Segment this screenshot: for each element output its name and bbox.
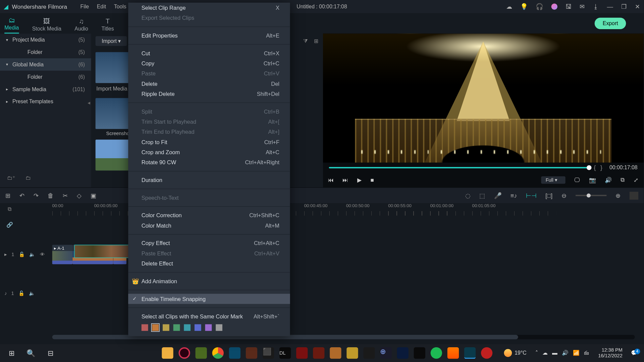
taskbar-app[interactable]: ⊕ xyxy=(378,344,393,362)
collapse-left-icon[interactable]: ◂ xyxy=(88,100,90,106)
timeline[interactable]: ⧉ 🔗 00:0000:00:05:0000:00:30:0000:00:35:… xyxy=(0,203,644,342)
timeline-clip[interactable]: ▸A-1 xyxy=(52,245,73,264)
display-icon[interactable]: 🖵 xyxy=(574,177,580,183)
snap-toggle-icon[interactable]: ⊢⊣ xyxy=(526,192,537,199)
play-button[interactable]: ▶ xyxy=(357,177,362,183)
pip-icon[interactable]: ⧉ xyxy=(621,176,625,183)
taskbar-clock[interactable]: 12:38 PM 16/12/2022 xyxy=(595,347,626,359)
sidebar-item[interactable]: Folder(6) xyxy=(0,71,91,83)
record-indicator[interactable] xyxy=(630,191,638,199)
mute-icon[interactable]: 🔈 xyxy=(29,252,35,257)
taskbar-app[interactable] xyxy=(328,344,343,362)
new-folder-icon[interactable]: 🗀⁺ xyxy=(7,175,15,181)
support-icon[interactable]: 🎧 xyxy=(536,3,543,10)
taskbar-app-spotify[interactable] xyxy=(429,344,444,362)
sidebar-item[interactable]: ▾Global Media(6) xyxy=(0,58,91,71)
notifications-button[interactable]: 💬 4 xyxy=(628,350,641,356)
color-swatch[interactable] xyxy=(216,324,222,331)
sidebar-item[interactable]: ▾Project Media(5) xyxy=(0,34,91,46)
taskbar-app-filmora[interactable] xyxy=(463,344,478,362)
color-swatch[interactable] xyxy=(195,324,201,331)
menu-item[interactable]: Rotate 90 CWCtrl+Alt+Right xyxy=(128,157,290,167)
redo-button[interactable]: ↷ xyxy=(34,192,39,199)
search-button[interactable]: 🔍 xyxy=(22,344,40,362)
taskbar-app[interactable] xyxy=(294,344,310,362)
zoom-out-button[interactable]: ⊖ xyxy=(561,192,567,199)
lock-icon[interactable]: 🔓 xyxy=(19,252,25,257)
undo-button[interactable]: ↶ xyxy=(19,192,25,199)
voiceover-icon[interactable]: 🎤 xyxy=(494,192,501,199)
split-icon[interactable]: ✂ xyxy=(63,192,68,199)
tab-stock-media[interactable]: 🖼 Stock Media xyxy=(32,17,61,34)
link-clips-icon[interactable]: 🔗 xyxy=(6,222,13,228)
menu-file[interactable]: File xyxy=(80,4,89,10)
tray-wifi-icon[interactable]: 📶 xyxy=(573,350,580,356)
filter-icon[interactable]: ⧩ xyxy=(303,38,308,44)
visibility-icon[interactable]: 👁 xyxy=(40,252,45,257)
start-button[interactable]: ⊞ xyxy=(3,344,20,362)
taskbar-app-explorer[interactable] xyxy=(160,344,175,362)
color-swatch[interactable] xyxy=(173,324,180,331)
preview-viewport[interactable] xyxy=(323,34,644,163)
tab-audio[interactable]: ♫ Audio xyxy=(74,17,88,34)
menu-item[interactable]: Select all Clips with the Same Color Mar… xyxy=(128,311,290,321)
menu-item[interactable]: 👑Add Animation xyxy=(128,276,290,286)
tab-media[interactable]: 🗂 Media xyxy=(4,16,19,34)
mail-icon[interactable]: ✉ xyxy=(580,3,585,10)
menu-item[interactable]: Ripple DeleteShift+Del xyxy=(128,89,290,99)
timeline-clip-selected[interactable] xyxy=(74,245,130,258)
menu-item[interactable]: CutCtrl+X xyxy=(128,48,290,58)
view-grid-icon[interactable]: ⊞ xyxy=(314,38,318,44)
taskbar-app[interactable]: ⬛ xyxy=(261,344,276,362)
sidebar-item[interactable]: ▸Preset Templates xyxy=(0,96,91,108)
download-icon[interactable]: ⭳ xyxy=(593,3,599,10)
menu-item[interactable]: Delete Effect xyxy=(128,258,290,268)
tips-icon[interactable]: 💡 xyxy=(520,3,528,10)
taskbar-app-chrome[interactable] xyxy=(210,344,225,362)
export-button[interactable]: Export xyxy=(595,18,626,29)
preview-zoom-select[interactable]: Full ▾ xyxy=(541,176,565,183)
sidebar-item[interactable]: Folder(5) xyxy=(0,46,91,58)
mark-icon[interactable]: ⬚ xyxy=(479,192,485,199)
zoom-slider[interactable] xyxy=(576,195,606,196)
mark-in-button[interactable]: { xyxy=(594,164,596,171)
window-close-button[interactable]: ✕ xyxy=(635,3,640,10)
time-ruler[interactable]: 00:0000:00:05:0000:00:30:0000:00:35:0000… xyxy=(0,203,644,216)
taskbar-app-opera[interactable] xyxy=(177,344,192,362)
crop-icon[interactable]: ▣ xyxy=(91,192,96,199)
playback-scrubber[interactable] xyxy=(329,167,590,168)
taskbar-app[interactable] xyxy=(227,344,242,362)
taskbar-app[interactable]: DL xyxy=(278,344,293,362)
menu-item[interactable]: Crop and ZoomAlt+C xyxy=(128,147,290,157)
delete-button[interactable]: 🗑 xyxy=(48,192,54,199)
cloud-icon[interactable]: ☁ xyxy=(506,3,512,10)
menu-item[interactable]: ✓Enable Timeline Snapping xyxy=(128,294,290,304)
menu-item[interactable]: Duration xyxy=(128,175,290,185)
menu-item[interactable]: Crop to FitCtrl+F xyxy=(128,137,290,147)
mark-out-button[interactable]: } xyxy=(600,164,602,171)
import-dropdown[interactable]: Import ▾ xyxy=(96,36,127,46)
zoom-in-button[interactable]: ⊕ xyxy=(615,192,621,199)
color-swatch[interactable] xyxy=(152,324,159,331)
fullscreen-icon[interactable]: ⤢ xyxy=(634,177,638,183)
track-manager-icon[interactable]: ⊞ xyxy=(5,192,11,199)
stop-button[interactable]: ■ xyxy=(370,177,374,183)
menu-item[interactable]: CopyCtrl+C xyxy=(128,58,290,68)
system-tray[interactable]: ˄ ☁ ▬ 🔊 📶 🖮 xyxy=(532,350,593,356)
tray-language-icon[interactable]: 🖮 xyxy=(584,350,589,356)
menu-item[interactable]: DeleteDel xyxy=(128,79,290,89)
mute-icon[interactable]: 🔈 xyxy=(29,291,35,296)
taskbar-app[interactable] xyxy=(479,344,494,362)
taskbar-app[interactable] xyxy=(311,344,326,362)
render-icon[interactable]: ◌ xyxy=(465,192,471,199)
open-folder-icon[interactable]: 🗀 xyxy=(25,175,31,181)
menu-item[interactable]: Select Clip RangeX xyxy=(128,3,290,13)
task-view-button[interactable]: ⊟ xyxy=(42,344,59,362)
marker-icon[interactable]: ◇ xyxy=(77,192,82,199)
step-forward-button[interactable]: ⏭̵ xyxy=(342,177,348,183)
prev-frame-button[interactable]: ⏮ xyxy=(328,177,334,183)
taskbar-app[interactable] xyxy=(345,344,360,362)
tray-chevron-icon[interactable]: ˄ xyxy=(535,350,538,356)
sidebar-item[interactable]: ▸Sample Media(101) xyxy=(0,83,91,96)
taskbar-app[interactable] xyxy=(395,344,410,362)
